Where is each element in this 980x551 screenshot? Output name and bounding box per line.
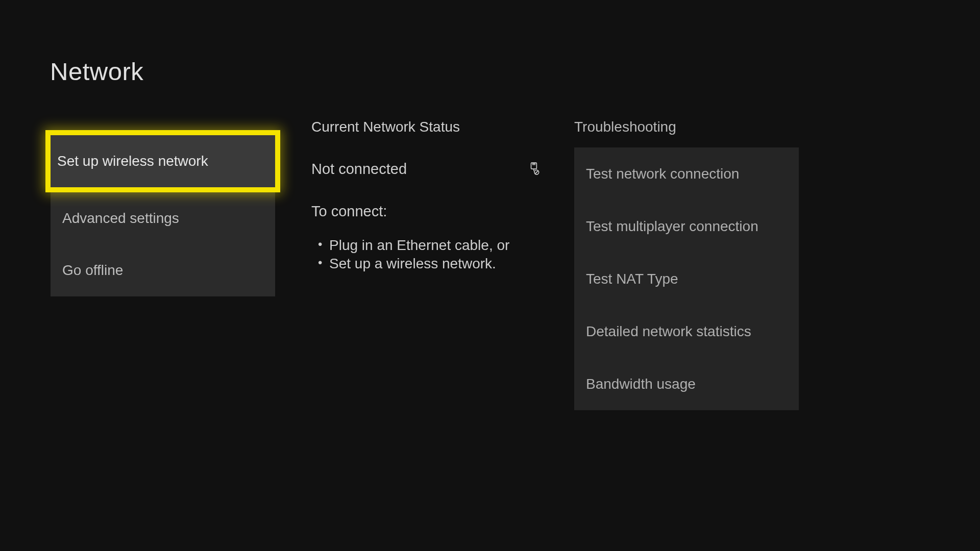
connection-state: Not connected xyxy=(311,161,407,178)
troubleshooting-panel: Troubleshooting Test network connection … xyxy=(574,119,799,410)
detailed-network-statistics-tile[interactable]: Detailed network statistics xyxy=(574,305,799,358)
setup-wireless-label: Set up wireless network xyxy=(57,153,208,169)
network-status-panel: Current Network Status Not connected To … xyxy=(311,119,544,273)
test-multiplayer-connection-tile[interactable]: Test multiplayer connection xyxy=(574,200,799,253)
advanced-settings-label: Advanced settings xyxy=(62,210,179,227)
page-title: Network xyxy=(50,57,143,86)
bandwidth-usage-tile[interactable]: Bandwidth usage xyxy=(574,358,799,410)
tile-label: Test multiplayer connection xyxy=(586,218,758,235)
svg-line-6 xyxy=(535,170,538,174)
connect-bullet: Set up a wireless network. xyxy=(329,255,544,273)
test-network-connection-tile[interactable]: Test network connection xyxy=(574,147,799,200)
tile-label: Test NAT Type xyxy=(586,271,678,287)
status-heading: Current Network Status xyxy=(311,119,544,135)
test-nat-type-tile[interactable]: Test NAT Type xyxy=(574,253,799,305)
go-offline-label: Go offline xyxy=(62,262,123,279)
advanced-settings-tile[interactable]: Advanced settings xyxy=(51,192,275,244)
connect-bullet: Plug in an Ethernet cable, or xyxy=(329,236,544,255)
left-actions-panel: Set up wireless network Advanced setting… xyxy=(51,135,275,296)
setup-wireless-tile[interactable]: Set up wireless network xyxy=(45,130,280,192)
tile-label: Test network connection xyxy=(586,166,739,182)
tile-label: Bandwidth usage xyxy=(586,376,696,392)
go-offline-tile[interactable]: Go offline xyxy=(51,244,275,296)
connect-label: To connect: xyxy=(311,203,544,220)
tile-label: Detailed network statistics xyxy=(586,323,751,340)
disconnected-ethernet-icon xyxy=(528,162,541,177)
troubleshooting-heading: Troubleshooting xyxy=(574,119,799,135)
